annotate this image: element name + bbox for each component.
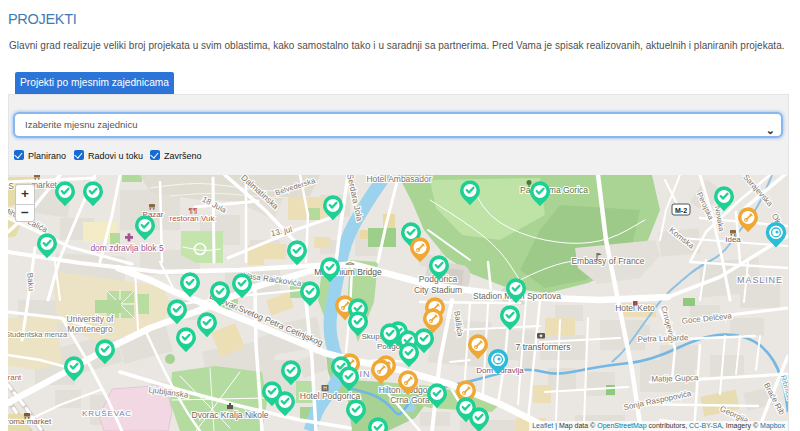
svg-text:KRUŠEVAC: KRUŠEVAC [82,409,132,418]
svg-text:7 transformers: 7 transformers [516,342,571,352]
svg-text:aurant: aurant [8,373,22,382]
svg-text:H: H [323,385,327,391]
svg-text:Crna Gora: Crna Gora [390,395,430,405]
svg-text:Hotel Ambasador: Hotel Ambasador [366,175,431,184]
svg-text:Baku: Baku [25,272,36,291]
svg-text:Idea: Idea [725,235,741,244]
svg-text:University of: University of [67,314,114,324]
svg-text:restoran Vuk: restoran Vuk [169,214,215,223]
svg-text:City Stadium: City Stadium [414,285,462,295]
svg-text:Matije Gupca: Matije Gupca [651,373,699,384]
svg-text:Aroma market: Aroma market [8,417,52,426]
svg-text:dom zdravlja blok 5: dom zdravlja blok 5 [90,243,164,253]
svg-text:Dvorac Kralja Nikole: Dvorac Kralja Nikole [192,410,269,420]
svg-text:S: S [8,181,14,191]
svg-text:Montenegro: Montenegro [67,324,113,334]
svg-text:Hotel Podgorica: Hotel Podgorica [300,391,361,401]
svg-text:MASLINE: MASLINE [737,275,783,285]
svg-text:M-2: M-2 [675,207,687,214]
svg-text:market: market [31,180,58,190]
svg-text:Embassy of France: Embassy of France [571,256,644,266]
svg-text:Petra Lubarde: Petra Lubarde [637,333,689,344]
svg-text:Studentska menza: Studentska menza [8,330,68,339]
svg-text:¶¶: ¶¶ [189,206,198,215]
